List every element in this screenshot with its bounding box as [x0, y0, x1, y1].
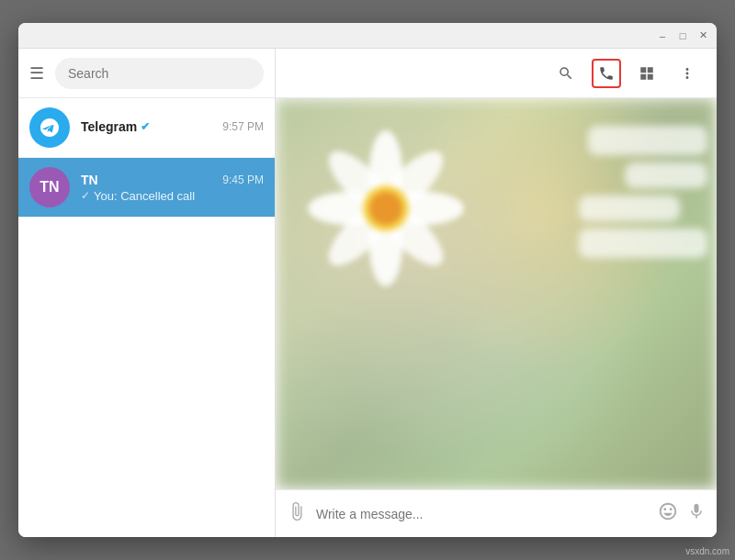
chat-input-bar — [276, 489, 717, 537]
chat-messages — [276, 98, 717, 489]
chat-item-tn[interactable]: TN TN 9:45 PM ✓ You: Cancelled call — [18, 158, 275, 218]
chat-name-telegram: Telegram ✔ — [81, 119, 150, 134]
message-input[interactable] — [316, 507, 649, 521]
search-bar[interactable] — [55, 58, 264, 89]
mic-icon[interactable] — [687, 502, 706, 525]
checkmarks-icon: ✓ — [81, 189, 90, 202]
watermark: vsxdn.com — [685, 546, 729, 556]
blur-msg-2 — [625, 162, 707, 188]
close-button[interactable]: ✕ — [696, 29, 709, 42]
chat-time-tn: 9:45 PM — [222, 174, 264, 186]
main-window: – □ ✕ ☰ — [18, 23, 717, 537]
main-layout: ☰ Telegram — [18, 49, 717, 537]
chat-top-telegram: Telegram ✔ 9:57 PM — [81, 119, 264, 134]
chat-info-tn: TN 9:45 PM ✓ You: Cancelled call — [81, 173, 264, 203]
maximize-button[interactable]: □ — [676, 29, 689, 42]
chat-top-tn: TN 9:45 PM — [81, 173, 264, 187]
attach-icon[interactable] — [287, 501, 307, 526]
blurred-messages — [570, 117, 717, 267]
blur-msg-1 — [588, 126, 707, 155]
phone-button[interactable] — [592, 59, 621, 88]
svg-point-9 — [369, 192, 402, 225]
search-input[interactable] — [68, 66, 251, 81]
flower-decoration — [294, 117, 478, 300]
chat-info-telegram: Telegram ✔ 9:57 PM — [81, 119, 264, 136]
avatar-telegram — [29, 107, 70, 148]
layout-icon[interactable] — [632, 59, 662, 88]
blur-msg-4 — [579, 229, 707, 258]
minimize-button[interactable]: – — [656, 29, 669, 42]
avatar-tn: TN — [29, 167, 70, 207]
chat-list: Telegram ✔ 9:57 PM TN — [18, 98, 275, 537]
chat-time-telegram: 9:57 PM — [222, 120, 264, 133]
sidebar-header: ☰ — [18, 49, 275, 98]
verified-badge: ✔ — [141, 120, 150, 133]
sidebar: ☰ Telegram — [18, 49, 276, 537]
chat-item-telegram[interactable]: Telegram ✔ 9:57 PM — [18, 98, 275, 158]
menu-icon[interactable]: ☰ — [29, 63, 44, 84]
chat-area — [276, 49, 717, 537]
search-icon[interactable] — [551, 59, 581, 88]
chat-header — [276, 49, 717, 98]
chat-preview-tn: ✓ You: Cancelled call — [81, 189, 264, 203]
blur-msg-3 — [579, 196, 680, 221]
more-options-icon[interactable] — [673, 59, 702, 88]
emoji-icon[interactable] — [658, 501, 678, 526]
title-bar: – □ ✕ — [18, 23, 717, 49]
chat-name-tn: TN — [81, 173, 98, 187]
